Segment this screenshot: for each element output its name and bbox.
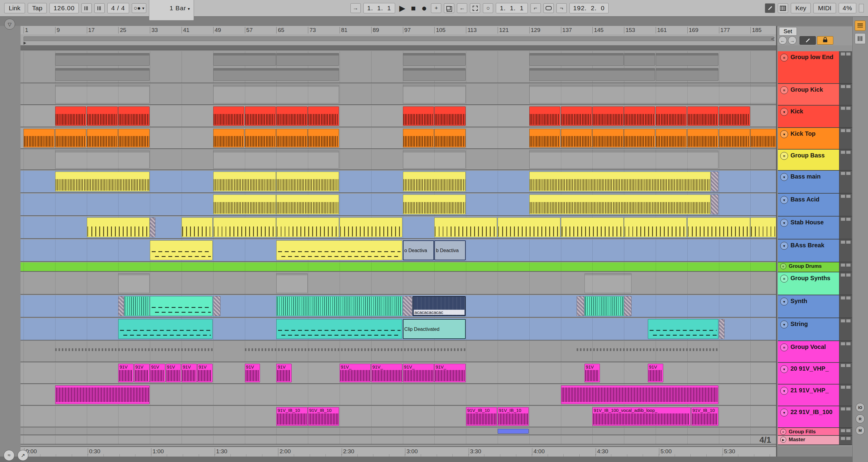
clip[interactable] [529, 172, 711, 191]
clip[interactable]: 91V [166, 364, 181, 382]
clip[interactable] [656, 68, 718, 81]
link-button[interactable]: Link [4, 3, 25, 13]
clip[interactable] [687, 106, 718, 126]
clip[interactable]: 91V [197, 364, 213, 382]
clip[interactable] [276, 273, 307, 293]
clip[interactable] [719, 319, 724, 339]
clip[interactable] [711, 194, 718, 214]
clip[interactable] [55, 386, 150, 404]
track-header-master[interactable]: ▶Master [778, 436, 852, 445]
key-map-button[interactable]: Key [791, 3, 811, 13]
clip[interactable]: 91V_ [403, 364, 434, 382]
track-fold-icon[interactable]: ▾ [780, 173, 788, 181]
clip[interactable] [87, 217, 150, 237]
arrangement-position-display[interactable]: 1. 1. 1 [364, 3, 395, 13]
clip[interactable] [118, 129, 149, 148]
clip[interactable] [719, 106, 750, 126]
track-lane-20-91v-vhp[interactable]: 91V91V91V91V91V91V91V91V91V_91V_91V_91V_… [21, 363, 776, 384]
time-ruler[interactable]: 0:000:301:001:302:002:303:003:304:004:30… [21, 446, 776, 457]
clip[interactable] [213, 129, 244, 148]
track-header-group-kick[interactable]: ≡Group Kick [778, 84, 852, 105]
group-fold-icon[interactable]: ≡ [780, 152, 788, 160]
next-set-button[interactable]: → [788, 36, 797, 44]
zoom-wave-button[interactable]: ≈ [4, 450, 14, 461]
clip[interactable] [403, 68, 466, 81]
mixer-toggle-m[interactable]: M [856, 426, 865, 435]
clip[interactable] [403, 172, 466, 191]
clip[interactable] [403, 194, 466, 214]
capture-midi-button[interactable] [470, 3, 480, 13]
track-lane-synth[interactable]: acacacacacac [21, 295, 776, 317]
track-header-stab-house[interactable]: ▾Stab House [778, 217, 852, 240]
clip[interactable]: 91V_ [434, 364, 465, 382]
clip[interactable] [55, 129, 86, 148]
clip[interactable] [276, 319, 402, 339]
clip[interactable] [182, 217, 213, 237]
clip[interactable] [434, 217, 497, 237]
clip[interactable]: 91V_IB_10 [308, 407, 339, 426]
track-header-20-91v-vhp[interactable]: ▾20 91V_VHP_ [778, 363, 852, 384]
clip[interactable] [529, 106, 560, 126]
clip[interactable] [245, 106, 276, 126]
clip[interactable] [150, 240, 213, 260]
pan-tool-button[interactable]: ↗ [18, 450, 28, 461]
track-header-bass-break[interactable]: ▾BAss Break [778, 240, 852, 263]
track-lane-group-synths[interactable] [21, 272, 776, 295]
clip[interactable] [498, 429, 529, 434]
clip[interactable]: 91V_IB_10 [466, 407, 497, 426]
group-fold-icon[interactable]: ≡ [780, 343, 788, 351]
clip[interactable] [124, 296, 150, 316]
clip[interactable] [656, 106, 687, 126]
track-fold-icon[interactable]: ▾ [780, 409, 788, 417]
track-lane-kick[interactable] [21, 105, 776, 127]
clip[interactable] [118, 273, 149, 293]
track-lane-group-vocal[interactable] [21, 341, 776, 362]
track-lane-22-91v-ib-100[interactable]: 91V_IB_1091V_IB_1091V_IB_1091V_IB_1091V_… [21, 406, 776, 427]
clip[interactable] [213, 106, 244, 126]
nudge-down-button[interactable] [82, 3, 92, 13]
clip[interactable]: 91V_IB_10 [276, 407, 307, 426]
clip[interactable] [403, 106, 434, 126]
clip[interactable] [561, 217, 624, 237]
clip[interactable]: 91V_IB_10 [691, 407, 718, 426]
mixer-toggle-io[interactable]: IO [856, 403, 865, 412]
clip[interactable] [624, 106, 655, 126]
track-fold-icon[interactable]: ▾ [780, 387, 788, 395]
track-fold-icon[interactable]: ▾ [780, 196, 788, 204]
clip[interactable] [276, 296, 402, 316]
clip[interactable] [87, 106, 118, 126]
set-lock-button[interactable] [817, 36, 833, 44]
arrangement-start-marker[interactable] [24, 41, 26, 44]
track-lane-group-low-end[interactable] [21, 51, 776, 83]
track-header-kick-top[interactable]: ▾Kick Top [778, 128, 852, 150]
clip[interactable] [403, 129, 434, 148]
clip[interactable] [213, 194, 276, 214]
overview-bars-button[interactable] [855, 33, 866, 44]
clip[interactable] [213, 296, 221, 316]
clip[interactable] [118, 296, 124, 316]
clip[interactable] [87, 129, 118, 148]
clip[interactable] [213, 85, 339, 103]
clip[interactable] [276, 106, 307, 126]
punch-in-button[interactable]: ⌐ [530, 3, 541, 13]
clip[interactable] [577, 348, 718, 351]
clip[interactable] [55, 68, 150, 81]
clip[interactable] [24, 129, 55, 148]
clip[interactable]: 91V [134, 364, 150, 382]
clip[interactable] [529, 53, 624, 66]
clip[interactable] [403, 53, 466, 66]
clip[interactable] [624, 129, 655, 148]
master-play-icon[interactable]: ▶ [780, 437, 786, 443]
mixer-toggle-r[interactable]: R [856, 414, 865, 423]
group-fold-icon[interactable]: ≡ [780, 86, 788, 94]
group-fold-icon[interactable]: ≡ [780, 54, 788, 62]
track-header-synth[interactable]: ▾Synth [778, 295, 852, 318]
clip[interactable]: 91V [276, 364, 292, 382]
midi-overdub-button[interactable]: + [431, 3, 441, 13]
clip[interactable] [711, 172, 718, 191]
clip[interactable]: 91V_IB_100_vocal_adlib_loop_ [592, 407, 691, 426]
time-signature-marker[interactable]: 4/1 [760, 435, 771, 445]
clip[interactable] [529, 151, 718, 168]
clip[interactable]: 91V [150, 364, 165, 382]
nudge-up-button[interactable] [94, 3, 105, 13]
